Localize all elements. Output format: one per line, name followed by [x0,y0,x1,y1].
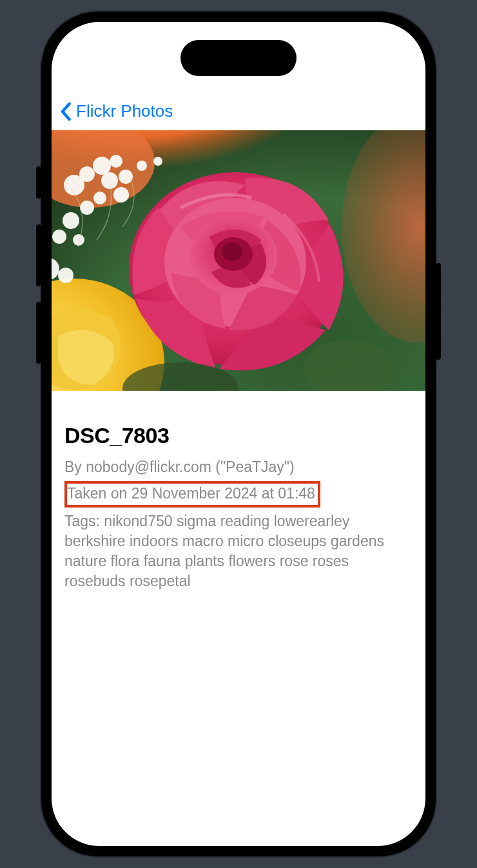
phone-frame: Flickr Photos [41,12,436,856]
svg-point-10 [119,170,133,184]
chevron-left-icon [58,103,75,120]
svg-point-6 [79,166,95,182]
back-label: Flickr Photos [76,101,173,121]
screen: Flickr Photos [52,22,425,846]
svg-point-19 [137,161,147,171]
photo-title: DSC_7803 [64,423,413,448]
svg-point-15 [52,230,66,244]
photo-image[interactable] [52,130,425,391]
svg-point-8 [110,155,122,168]
side-button [436,263,441,360]
photo-taken: Taken on 29 November 2024 at 01:48 [67,484,315,504]
notch [180,40,297,76]
highlight-annotation: Taken on 29 November 2024 at 01:48 [64,481,320,508]
svg-point-11 [113,187,129,202]
photo-byline: By nobody@flickr.com ("PeaTJay") [64,457,413,477]
svg-point-18 [58,268,73,283]
photo-tags: Tags: nikond750 sigma reading lowerearle… [64,511,413,591]
svg-point-7 [93,157,111,175]
svg-point-14 [63,212,79,229]
svg-point-12 [93,192,106,204]
back-button[interactable]: Flickr Photos [58,101,173,121]
svg-point-25 [222,242,242,261]
photo-content: DSC_7803 By nobody@flickr.com ("PeaTJay"… [52,391,425,608]
nav-header: Flickr Photos [52,22,425,130]
side-button [36,302,41,364]
svg-point-9 [101,172,118,189]
svg-point-20 [153,157,162,166]
side-button [36,166,41,199]
side-button [36,224,41,286]
